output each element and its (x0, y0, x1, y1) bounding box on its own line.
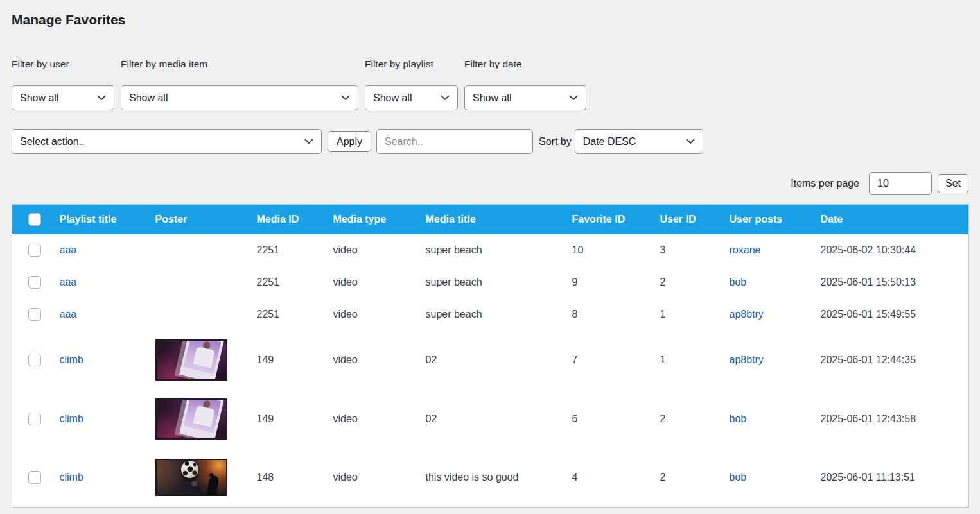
favorite-id-cell: 4 (561, 449, 649, 508)
row-checkbox[interactable] (28, 244, 41, 257)
filter-media-item-label: Filter by media item (121, 58, 358, 70)
playlist-title-cell: aaa (48, 298, 144, 330)
bulk-action-select[interactable]: Select action.. (12, 129, 322, 154)
table-row: aaa 2251 video super beach 10 3 roxane 2… (12, 234, 969, 266)
user-posts-link[interactable]: bob (730, 472, 747, 483)
user-id-cell: 3 (649, 234, 718, 266)
playlist-link[interactable]: aaa (60, 244, 77, 255)
poster-cell (144, 330, 245, 390)
user-posts-link[interactable]: ap8btry (730, 354, 764, 365)
user-posts-link[interactable]: bob (730, 277, 747, 287)
filter-group-user: Filter by user Show all (12, 58, 114, 110)
playlist-title-cell: climb (48, 330, 144, 390)
header-media-id: Media ID (245, 205, 322, 234)
favorite-id-cell: 9 (561, 266, 649, 298)
favorite-id-cell: 7 (561, 330, 649, 390)
media-id-cell: 149 (245, 390, 322, 449)
user-posts-cell: bob (718, 449, 809, 508)
favorites-table: Playlist title Poster Media ID Media typ… (12, 204, 969, 508)
row-checkbox[interactable] (28, 276, 41, 289)
row-checkbox[interactable] (28, 471, 41, 484)
media-type-cell: video (322, 449, 414, 508)
table-header-row: Playlist title Poster Media ID Media typ… (12, 205, 969, 234)
sort-by-select[interactable]: Date DESC (575, 129, 703, 154)
header-media-type: Media type (322, 205, 414, 234)
playlist-link[interactable]: climb (60, 413, 83, 424)
date-cell: 2025-06-01 12:43:58 (809, 390, 969, 449)
poster-thumbnail-portrait-photo (155, 339, 227, 381)
checkbox-cell (12, 298, 48, 330)
media-title-cell: this video is so good (414, 449, 561, 508)
user-id-cell: 1 (649, 298, 718, 330)
playlist-link[interactable]: aaa (60, 277, 77, 287)
media-title-cell: 02 (414, 330, 561, 390)
figure-suit-shape (193, 346, 215, 368)
user-posts-cell: roxane (718, 234, 809, 266)
select-all-checkbox[interactable] (28, 213, 41, 226)
set-button[interactable]: Set (938, 174, 968, 193)
row-checkbox[interactable] (28, 308, 41, 321)
checkbox-cell (12, 266, 48, 298)
date-cell: 2025-06-01 12:44:35 (809, 330, 969, 390)
player-head-shape (209, 473, 214, 477)
items-per-page-row: Items per page Set (12, 172, 968, 195)
media-id-cell: 2251 (245, 266, 322, 298)
filter-media-item-select[interactable]: Show all (121, 85, 358, 110)
search-input[interactable] (376, 129, 533, 154)
media-type-cell: video (322, 266, 414, 298)
playlist-title-cell: aaa (48, 266, 144, 298)
checkbox-cell (12, 330, 48, 390)
table-body: aaa 2251 video super beach 10 3 roxane 2… (12, 234, 969, 508)
checkbox-cell (12, 234, 48, 266)
header-user-posts: User posts (718, 205, 809, 234)
items-per-page-input[interactable] (869, 172, 932, 195)
soccer-ball-shape (181, 461, 198, 478)
user-posts-link[interactable]: roxane (730, 244, 761, 255)
playlist-link[interactable]: climb (60, 354, 83, 365)
sort-by-label: Sort by (539, 136, 572, 148)
user-posts-cell: ap8btry (718, 298, 809, 330)
user-id-cell: 2 (649, 390, 718, 449)
filter-date-select[interactable]: Show all (464, 85, 586, 110)
player-silhouette-shape (206, 476, 218, 496)
filter-user-select[interactable]: Show all (12, 85, 114, 110)
playlist-title-cell: climb (48, 449, 144, 508)
media-id-cell: 2251 (245, 298, 322, 330)
manage-favorites-page: Manage Favorites Filter by user Show all… (0, 12, 980, 508)
header-poster: Poster (144, 205, 245, 234)
header-media-title: Media title (414, 205, 561, 234)
media-type-cell: video (322, 330, 414, 390)
poster-thumbnail-portrait-photo (155, 398, 227, 440)
small-ball-shape (191, 481, 197, 486)
header-user-id: User ID (649, 205, 718, 234)
row-checkbox[interactable] (28, 413, 41, 425)
user-posts-link[interactable]: bob (730, 413, 747, 424)
poster-cell (144, 266, 245, 298)
poster-thumbnail-soccer-scene (155, 459, 227, 496)
favorite-id-cell: 10 (561, 234, 649, 266)
poster-cell (144, 449, 245, 508)
table-row: climb 149 video 02 6 2 bob 2025-0 (12, 390, 969, 449)
media-type-cell: video (322, 298, 414, 330)
filter-date-selected-value: Show all (473, 92, 511, 104)
filter-playlist-select[interactable]: Show all (365, 85, 458, 110)
date-cell: 2025-06-01 11:13:51 (809, 449, 969, 508)
playlist-title-cell: aaa (48, 234, 144, 266)
user-id-cell: 2 (649, 266, 718, 298)
figure-suit-shape (193, 405, 215, 427)
media-id-cell: 2251 (245, 234, 322, 266)
apply-button[interactable]: Apply (328, 131, 371, 152)
bulk-action-selected-value: Select action.. (20, 136, 85, 148)
playlist-link[interactable]: climb (60, 472, 83, 483)
playlist-link[interactable]: aaa (60, 309, 77, 320)
filter-playlist-selected-value: Show all (373, 92, 412, 104)
filter-group-media-item: Filter by media item Show all (121, 58, 358, 110)
row-checkbox[interactable] (28, 354, 41, 366)
select-all-header-cell (12, 205, 48, 234)
table-row: aaa 2251 video super beach 9 2 bob 2025-… (12, 266, 969, 298)
user-posts-link[interactable]: ap8btry (730, 309, 764, 320)
media-title-cell: super beach (414, 298, 561, 330)
filter-date-label: Filter by date (464, 58, 586, 70)
user-id-cell: 1 (649, 330, 718, 390)
poster-cell (144, 390, 245, 449)
